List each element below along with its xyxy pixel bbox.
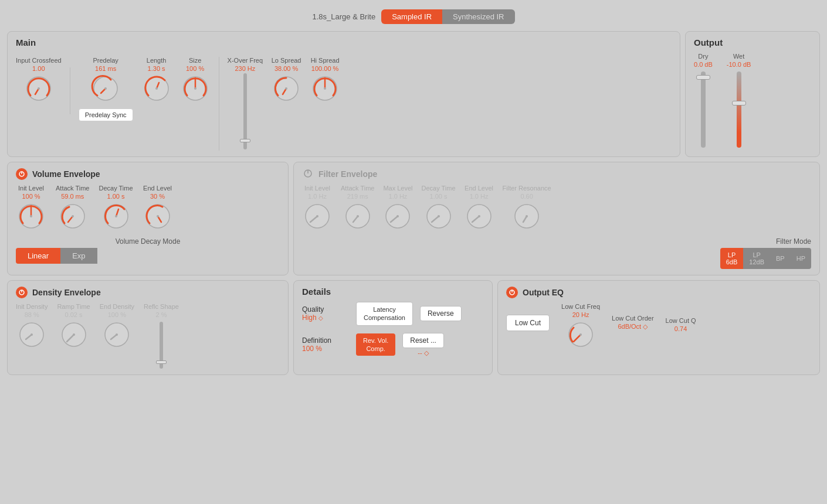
size-value: 100 % (186, 65, 204, 72)
quality-row: Quality High ◇ Latency Compensation Reve… (302, 302, 484, 326)
reset-group: Reset ... -- ◇ (402, 333, 444, 357)
low-cut-freq-knob[interactable] (565, 319, 596, 350)
lp6db-mode-button[interactable]: LP6dB (720, 248, 744, 269)
low-cut-button[interactable]: Low Cut (506, 315, 550, 331)
fe-max-level-knob[interactable] (382, 201, 413, 231)
predelay-sync-button[interactable]: Predelay Sync (79, 108, 133, 121)
reverse-button[interactable]: Reverse (420, 306, 462, 321)
filter-envelope-header: Filter Envelope (302, 168, 811, 180)
de-ramp-time-value: 0.02 s (65, 311, 83, 318)
reflc-shape-track[interactable] (160, 322, 163, 369)
de-ramp-time-label: Ramp Time (57, 303, 90, 310)
fe-max-level-value: 1.0 Hz (389, 193, 408, 200)
hp-mode-button[interactable]: HP (791, 248, 811, 269)
xover-freq-value: 230 Hz (235, 65, 255, 72)
exp-mode-button[interactable]: Exp (60, 248, 97, 264)
ve-attack-time-knob[interactable] (57, 201, 88, 231)
output-eq-title: Output EQ (523, 288, 564, 297)
low-cut-order-label: Low Cut Order (612, 315, 654, 322)
de-end-density-knob[interactable] (101, 319, 132, 350)
lo-spread-label: Lo Spread (272, 57, 301, 64)
predelay-knob[interactable] (90, 73, 121, 104)
density-envelope-power[interactable] (16, 287, 28, 298)
linear-mode-button[interactable]: Linear (16, 248, 60, 264)
ve-end-level-knob[interactable] (143, 201, 173, 231)
bp-mode-button[interactable]: BP (770, 248, 791, 269)
reset-button[interactable]: Reset ... (402, 333, 444, 348)
input-crossfeed-group: Input Crossfeed 1.00 (16, 57, 62, 104)
fe-filter-resonance-knob[interactable] (511, 201, 542, 231)
svg-point-9 (285, 87, 287, 90)
fe-attack-time-group: Attack Time 219 ms (341, 185, 374, 231)
fe-end-level-value: 1.0 Hz (470, 193, 489, 200)
rev-vol-comp-button[interactable]: Rev. Vol. Comp. (356, 333, 395, 356)
fe-filter-resonance-value: 0.60 (520, 193, 533, 200)
dry-thumb[interactable] (696, 75, 710, 80)
fe-filter-resonance-label: Filter Resonance (503, 185, 551, 192)
hi-spread-knob[interactable] (310, 73, 340, 104)
xover-freq-thumb[interactable] (240, 139, 250, 142)
fe-init-level-label: Init Level (304, 185, 330, 192)
de-ramp-time-knob[interactable] (59, 319, 89, 350)
svg-point-39 (30, 333, 33, 336)
low-cut-freq-label: Low Cut Freq (561, 303, 600, 310)
de-reflc-shape-group: Reflc Shape 2 % (144, 303, 179, 369)
length-knob[interactable] (141, 73, 172, 104)
ve-attack-time-group: Attack Time 59.0 ms (56, 185, 89, 231)
envelope-row: Volume Envelope Init Level 100 % (7, 162, 820, 275)
fe-max-level-group: Max Level 1.0 Hz (382, 185, 413, 231)
fe-end-level-knob[interactable] (464, 201, 494, 231)
ve-init-level-value: 100 % (22, 193, 40, 200)
low-cut-freq-value: 20 Hz (572, 311, 589, 318)
size-label: Size (189, 57, 201, 64)
xover-freq-track[interactable] (243, 73, 247, 149)
ve-init-level-knob[interactable] (16, 201, 46, 231)
svg-point-19 (115, 215, 117, 217)
filter-envelope-power[interactable] (302, 168, 314, 180)
definition-row: Definition 100 % Rev. Vol. Comp. Reset .… (302, 333, 484, 357)
svg-point-21 (157, 215, 159, 217)
ve-decay-time-label: Decay Time (99, 185, 133, 192)
density-envelope-header: Density Envelope (16, 287, 280, 298)
reflc-shape-thumb[interactable] (156, 360, 167, 364)
de-reflc-shape-label: Reflc Shape (144, 303, 179, 310)
wet-track[interactable] (737, 71, 741, 148)
volume-envelope-power[interactable] (16, 168, 28, 180)
ve-decay-time-knob[interactable] (101, 201, 131, 231)
synthesized-ir-tab[interactable]: Synthesized IR (442, 9, 514, 24)
dry-label: Dry (698, 53, 708, 60)
length-group: Length 1.30 s (141, 57, 172, 104)
definition-label: Definition (302, 336, 349, 345)
output-eq-power[interactable] (506, 287, 518, 298)
svg-point-43 (116, 333, 118, 336)
hi-spread-group: Hi Spread 100.00 % (310, 57, 340, 104)
de-end-density-group: End Density 100 % (100, 303, 134, 350)
lo-spread-knob[interactable] (271, 73, 301, 104)
ve-init-level-group: Init Level 100 % (16, 185, 46, 231)
hi-spread-label: Hi Spread (311, 57, 340, 64)
size-knob[interactable] (180, 73, 211, 104)
dry-track[interactable] (701, 71, 706, 148)
de-reflc-shape-value: 2 % (155, 311, 167, 318)
fe-decay-time-knob[interactable] (423, 201, 454, 231)
main-panel: Main Input Crossfeed 1.00 (7, 31, 680, 157)
wet-thumb[interactable] (732, 101, 746, 105)
fe-attack-time-knob[interactable] (343, 201, 373, 231)
input-crossfeed-value: 1.00 (32, 65, 45, 72)
latency-comp-button[interactable]: Latency Compensation (356, 302, 413, 326)
ir-tab-group: Sampled IR Synthesized IR (381, 9, 514, 24)
bottom-row: Density Envelope Init Density 88 % (7, 280, 820, 375)
lp12db-mode-button[interactable]: LP12dB (743, 248, 770, 269)
fe-init-level-knob[interactable] (302, 201, 333, 231)
filter-envelope-panel: Filter Envelope Init Level 1.0 Hz (293, 162, 820, 275)
svg-point-35 (526, 215, 528, 217)
de-init-density-knob[interactable] (16, 319, 47, 350)
sampled-ir-tab[interactable]: Sampled IR (381, 9, 442, 24)
input-crossfeed-knob[interactable] (23, 73, 54, 104)
wet-label: Wet (733, 53, 744, 60)
svg-point-25 (316, 215, 318, 217)
density-envelope-title: Density Envelope (32, 288, 101, 297)
ve-end-level-group: End Level 30 % (143, 185, 173, 231)
svg-point-5 (155, 87, 158, 90)
svg-point-47 (579, 333, 582, 336)
